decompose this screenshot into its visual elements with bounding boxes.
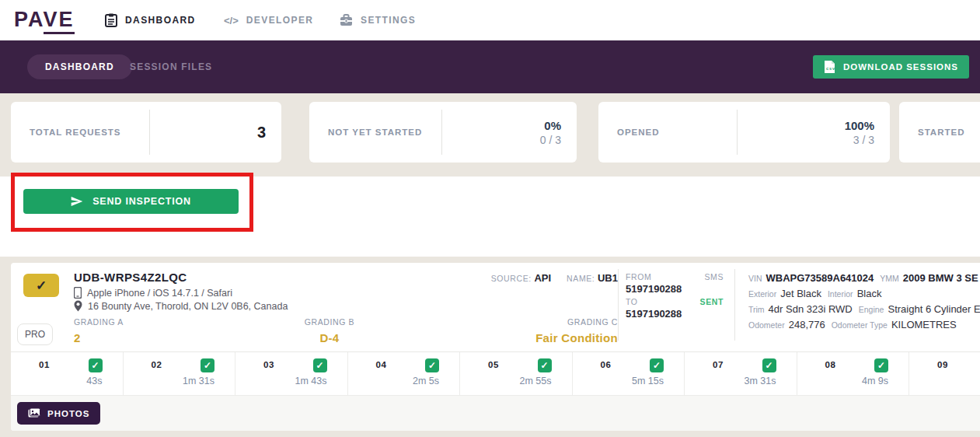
step-duration: 1m 31s [183, 376, 214, 386]
app-window: PAVE DASHBOARD </> DEVELOPER SETTINGS DA… [0, 0, 980, 437]
session-row: ✓ PRO UDB-WRPS4Z2LQC Apple iPhone / iOS … [11, 263, 980, 431]
source-value: API [534, 272, 551, 284]
sms-status-badge: SENT [700, 297, 724, 306]
step-checkbox[interactable]: ✓ [762, 358, 776, 372]
nav-dashboard[interactable]: DASHBOARD [105, 0, 196, 40]
paper-plane-icon [71, 196, 83, 207]
step-checkbox[interactable]: ✓ [650, 358, 664, 372]
odometer-type-label: Odometer Type [832, 320, 888, 330]
step-number: 06 [601, 360, 612, 369]
step-checkbox[interactable]: ✓ [89, 358, 103, 372]
step-number: 01 [39, 360, 50, 369]
nav-settings[interactable]: SETTINGS [340, 0, 416, 40]
grading-a-value: 2 [74, 331, 124, 344]
step-number: 03 [263, 360, 274, 369]
to-number: 5197190288 [626, 308, 724, 320]
step-duration: 3m 31s [745, 376, 776, 386]
mobile-phone-icon [74, 287, 82, 299]
odometer-label: Odometer [748, 320, 785, 330]
step-checkbox[interactable]: ✓ [874, 358, 888, 372]
nav-dashboard-label: DASHBOARD [125, 15, 196, 26]
logo-ve: VE [44, 8, 75, 34]
pave-logo[interactable]: PAVE [14, 8, 75, 32]
code-icon: </> [224, 15, 239, 26]
sms-column: FROM SMS 5197190288 TO SENT 5197190288 [626, 272, 724, 322]
grading-b-label: GRADING B [305, 317, 354, 327]
grading-c-value: Fair Condition [535, 331, 618, 344]
step-number: 08 [825, 360, 836, 369]
nav-developer-label: DEVELOPER [246, 15, 314, 26]
divider [737, 110, 738, 155]
download-sessions-button[interactable]: csv DOWNLOAD SESSIONS [813, 55, 969, 79]
step-number: 07 [713, 360, 724, 369]
step-checkbox[interactable]: ✓ [425, 358, 439, 372]
divider [149, 110, 150, 155]
source-name-row: SOURCE: API NAME: UB1 [446, 272, 618, 284]
from-label: FROM [626, 272, 651, 281]
nav-developer[interactable]: </> DEVELOPER [224, 0, 313, 40]
step-cell-05: 05 ✓ 2m 55s [460, 352, 573, 396]
ymm-label: YMM [880, 274, 899, 283]
interior-label: Interior [828, 289, 853, 299]
step-number: 04 [376, 360, 387, 369]
photo-icon [28, 408, 40, 418]
step-cell-01: 01 ✓ 43s [11, 352, 124, 396]
step-checkbox[interactable]: ✓ [201, 358, 214, 372]
address-info: 16 Bounty Ave, Thorold, ON L2V 0B6, Cana… [74, 300, 288, 312]
vin-label: VIN [748, 274, 762, 283]
grading-b-value: D-4 [319, 331, 339, 344]
stat-label: NOT YET STARTED [328, 102, 422, 163]
interior-value: Black [857, 288, 882, 299]
step-duration: 43s [86, 376, 102, 386]
session-checkbox[interactable]: ✓ [23, 274, 59, 297]
sub-nav: DASHBOARD SESSION FILES csv DOWNLOAD SES… [0, 40, 980, 93]
stat-value: 0% [544, 119, 561, 132]
stat-value: 100% [845, 119, 874, 132]
name-label: NAME: [567, 274, 595, 283]
tab-dashboard-label: DASHBOARD [45, 61, 114, 72]
svg-text:csv: csv [826, 66, 835, 71]
map-pin-icon [74, 300, 82, 312]
nav-settings-label: SETTINGS [361, 15, 416, 26]
send-inspection-button[interactable]: SEND INSPECTION [23, 189, 239, 214]
step-checkbox[interactable]: ✓ [538, 358, 552, 372]
grading-c: GRADING C Fair Condition [535, 317, 618, 344]
device-info: Apple iPhone / iOS 14.7.1 / Safari [74, 287, 232, 299]
gradings-row: GRADING A 2 GRADING B D-4 GRADING C Fair… [74, 317, 618, 344]
step-cell-03: 03 ✓ 1m 43s [235, 352, 348, 396]
engine-value: Straight 6 Cylinder E [888, 303, 980, 315]
photos-button[interactable]: PHOTOS [17, 402, 100, 425]
session-id[interactable]: UDB-WRPS4Z2LQC [74, 271, 187, 284]
step-duration: 4m 9s [862, 376, 888, 386]
vin-value: WBAPG73589A641024 [766, 272, 874, 284]
stat-label: OPENED [617, 102, 660, 163]
step-duration: 5m 15s [632, 376, 664, 386]
source-label: SOURCE: [491, 274, 532, 283]
grading-a: GRADING A 2 [74, 317, 124, 344]
name-value: UB1 [598, 272, 618, 284]
ymm-value: 2009 BMW 3 SE [903, 272, 978, 284]
divider [734, 269, 735, 341]
step-cell-02: 02 ✓ 1m 31s [124, 352, 236, 396]
step-checkbox[interactable]: ✓ [313, 358, 327, 372]
tab-session-files[interactable]: SESSION FILES [130, 54, 212, 79]
divider [618, 269, 619, 341]
tab-session-files-label: SESSION FILES [130, 61, 212, 72]
stat-card-started: STARTED [899, 102, 980, 163]
step-cell-07: 07 ✓ 3m 31s [685, 352, 797, 396]
to-label: TO [626, 297, 638, 306]
top-nav: PAVE DASHBOARD </> DEVELOPER SETTINGS [0, 0, 980, 40]
sms-label: SMS [704, 272, 724, 281]
exterior-label: Exterior [748, 289, 776, 299]
grading-b: GRADING B D-4 [305, 317, 354, 344]
pro-badge: PRO [17, 323, 53, 345]
tab-dashboard[interactable]: DASHBOARD [27, 54, 132, 79]
session-footer: PHOTOS [11, 395, 980, 431]
clipboard-icon [105, 13, 117, 27]
step-number: 09 [937, 360, 948, 369]
trim-label: Trim [748, 305, 765, 314]
logo-pa: PA [14, 8, 44, 31]
step-cell-08: 08 ✓ 4m 9s [797, 352, 910, 396]
step-duration: 1m 43s [295, 376, 327, 386]
stat-card-not-yet-started: NOT YET STARTED 0% 0 / 3 [309, 102, 577, 163]
